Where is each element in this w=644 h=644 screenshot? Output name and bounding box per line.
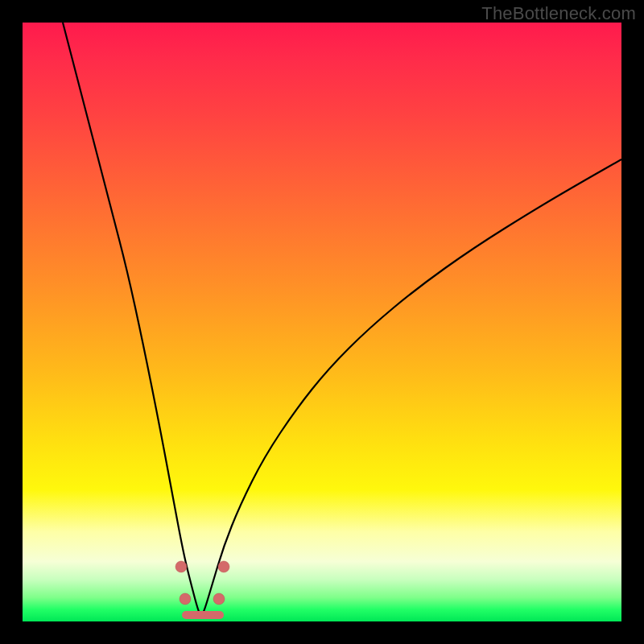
marker-dot [180,593,191,605]
chart-frame: TheBottleneck.com [0,0,644,644]
marker-dot [175,561,187,572]
plot-area [23,23,621,621]
curve-svg [23,23,621,621]
bottleneck-curve [63,23,621,615]
marker-dot [218,561,229,572]
watermark-text: TheBottleneck.com [481,3,636,24]
marker-dot [213,593,225,605]
